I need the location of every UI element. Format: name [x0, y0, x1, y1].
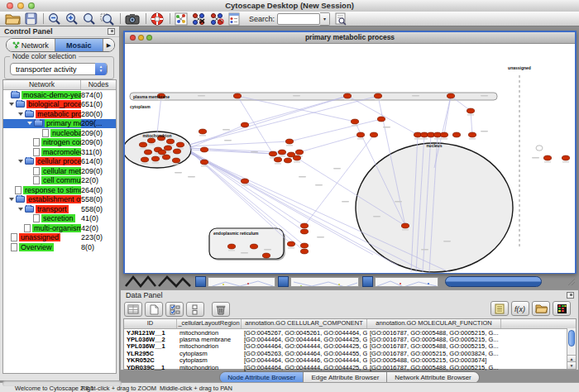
help-icon[interactable] — [151, 12, 164, 26]
tab-network[interactable]: Network — [7, 39, 55, 51]
tree-row[interactable]: nitrogen compo209(0) — [3, 138, 116, 148]
expand-arrow-icon[interactable] — [18, 160, 23, 163]
network-node[interactable] — [377, 117, 385, 122]
network-node[interactable] — [172, 158, 179, 163]
background-window-corner[interactable] — [362, 276, 373, 287]
table-cell-region[interactable]: mitochondrion — [177, 364, 242, 371]
search-input[interactable] — [277, 13, 320, 25]
background-window-corner[interactable] — [195, 276, 206, 287]
tree-row[interactable]: establishment of lo558(0) — [3, 195, 116, 205]
network-node[interactable] — [543, 155, 551, 160]
zoom-out-icon[interactable] — [48, 12, 61, 26]
tree-row[interactable]: multi-organism pro42(0) — [3, 223, 116, 233]
background-window-corner[interactable] — [278, 276, 289, 287]
table-cell-mf[interactable]: [GO:0016787, GO:0005488, GO:0005215, G..… — [367, 364, 501, 371]
tree-row[interactable]: mosaic-demo-yeast874(0) — [3, 90, 116, 100]
network-node[interactable] — [300, 249, 308, 254]
network-node[interactable] — [139, 142, 146, 147]
table-row[interactable]: YDR039C__1mitochondrion[GO:0044464, GO:0… — [124, 364, 576, 370]
network-edge[interactable] — [189, 141, 290, 146]
column-id[interactable]: ID — [124, 319, 177, 328]
resize-grip-icon[interactable] — [567, 278, 576, 286]
tree-row[interactable]: cell communicat22(0) — [3, 176, 116, 186]
attribute-batch-edit-icon[interactable] — [165, 302, 184, 317]
network-node[interactable] — [233, 93, 241, 98]
network-node[interactable] — [274, 157, 281, 162]
expand-arrow-icon[interactable] — [9, 198, 14, 201]
network-node[interactable] — [158, 150, 165, 155]
column-region[interactable]: _cellularLayoutRegion — [177, 319, 242, 328]
float-panel-icon[interactable] — [567, 292, 574, 299]
network-node[interactable] — [300, 229, 308, 234]
network-window-titlebar[interactable]: primary metabolic process — [125, 32, 575, 44]
network-node[interactable] — [401, 223, 409, 228]
tree-column-nodes[interactable]: Nodes — [81, 80, 116, 89]
attribute-table-header[interactable]: ID _cellularLayoutRegion annotation.GO C… — [124, 319, 576, 329]
network-node[interactable] — [285, 139, 293, 144]
tree-row[interactable]: primary metabo209(... — [3, 119, 116, 129]
network-node[interactable] — [343, 93, 351, 98]
network-node[interactable] — [300, 243, 308, 248]
scrollbar-thumb[interactable] — [568, 330, 575, 347]
tab-mosaic[interactable]: Mosaic — [55, 39, 104, 51]
create-attribute-icon[interactable] — [145, 302, 163, 317]
export-image-icon[interactable] — [125, 12, 140, 26]
app-titlebar[interactable]: Cytoscape Desktop (New Session) — [0, 0, 579, 12]
vizmapper-icon[interactable] — [228, 12, 240, 26]
tree-row[interactable]: response to stimulu264(0) — [3, 185, 116, 195]
network-node[interactable] — [351, 119, 358, 124]
network-node[interactable] — [173, 149, 180, 154]
expand-arrow-icon[interactable] — [18, 208, 23, 211]
network-node[interactable] — [300, 223, 308, 228]
network-node[interactable] — [452, 132, 460, 137]
network-node[interactable] — [467, 108, 474, 113]
network-edge[interactable] — [347, 96, 418, 135]
create-network-icon[interactable] — [175, 12, 188, 26]
network-node[interactable] — [227, 244, 235, 249]
zoom-selected-icon[interactable] — [100, 12, 114, 26]
network-edge[interactable] — [290, 119, 381, 141]
network-node[interactable] — [200, 147, 208, 152]
table-cell-id[interactable]: YDR039C__1 — [124, 364, 177, 371]
tree-row[interactable]: nucleobase-209(0) — [3, 128, 116, 138]
network-node[interactable] — [278, 150, 285, 155]
save-session-icon[interactable] — [25, 12, 37, 26]
network-node[interactable] — [151, 156, 159, 161]
heatmap-icon[interactable] — [553, 301, 571, 316]
open-session-icon[interactable] — [5, 12, 21, 26]
background-window-thumbnail[interactable] — [375, 277, 438, 287]
table-cell-cc[interactable]: [GO:0044464, GO:0044444, GO:0044425, G..… — [242, 364, 367, 371]
network-node[interactable] — [241, 122, 248, 127]
zoom-in-icon[interactable] — [65, 12, 79, 26]
network-node[interactable] — [269, 151, 276, 156]
column-cellular-component[interactable]: annotation.GO CELLULAR_COMPONENT — [242, 319, 367, 328]
network-edge[interactable] — [299, 135, 361, 152]
network-tree-header[interactable]: Network Nodes — [3, 80, 116, 90]
float-panel-icon[interactable] — [108, 28, 115, 35]
network-node[interactable] — [164, 146, 171, 151]
tree-row[interactable]: cellular process614(0) — [3, 157, 116, 167]
expand-arrow-icon[interactable] — [27, 122, 32, 125]
network-node[interactable] — [374, 93, 381, 98]
network-node[interactable] — [200, 160, 208, 165]
expand-arrow-icon[interactable] — [9, 103, 14, 106]
tree-row[interactable]: macromolecule311(0) — [3, 147, 116, 157]
network-node[interactable] — [144, 150, 151, 155]
function-builder-icon[interactable]: f(x) — [511, 301, 529, 316]
network-node[interactable] — [440, 132, 447, 137]
network-node[interactable] — [199, 129, 206, 134]
zoom-fit-icon[interactable] — [83, 12, 96, 26]
select-attributes-icon[interactable] — [124, 302, 142, 317]
tree-row[interactable]: metabolic process280(0) — [3, 109, 116, 119]
tree-row[interactable]: unassigned223(0) — [3, 233, 116, 243]
attribute-editor-icon[interactable] — [490, 301, 509, 316]
network-node[interactable] — [293, 155, 300, 160]
advanced-search-icon[interactable] — [335, 12, 347, 26]
destroy-network-icon[interactable] — [192, 12, 206, 26]
tree-row[interactable]: secretion41(0) — [3, 214, 116, 224]
tree-row[interactable]: biological_process651(0) — [3, 100, 116, 110]
tree-row[interactable]: cellular metabo209(0) — [3, 166, 116, 176]
tree-row[interactable]: Overview8(0) — [3, 242, 116, 252]
network-view-window[interactable]: primary metabolic process plasma membran… — [123, 31, 577, 274]
network-node[interactable] — [295, 150, 303, 155]
